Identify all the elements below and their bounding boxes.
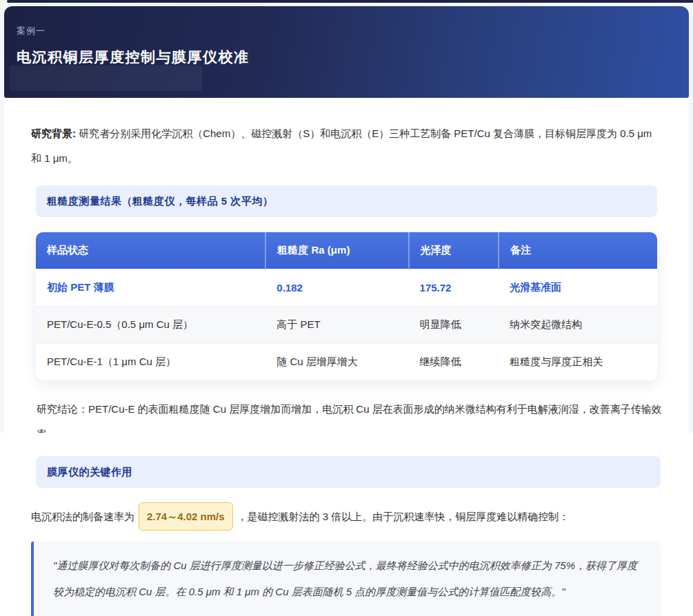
roughness-panel: 研究背景: 研究者分别采用化学沉积（Chem）、磁控溅射（S）和电沉积（E）三种… [4,98,689,433]
cell-gloss: 175.72 [409,269,499,307]
page-title: 电沉积铜层厚度控制与膜厚仪校准 [17,48,689,67]
roughness-table: 样品状态 粗糙度 Ra (μm) 光泽度 备注 初始 PET 薄膜 0.182 … [36,232,657,380]
cell-remark: 光滑基准面 [499,269,657,307]
col-header-gloss: 光泽度 [409,232,499,269]
cell-roughness: 高于 PET [265,307,408,344]
gauge-panel: 膜厚仪的关键作用 电沉积法的制备速率为2.74～4.02 nm/s，是磁控溅射法… [0,433,693,616]
section-header-roughness: 粗糙度测量结果（粗糙度仪，每样品 5 次平均） [36,185,657,217]
header-badge-box [10,65,202,91]
cell-sample: 初始 PET 薄膜 [36,269,265,307]
cell-roughness: 0.182 [265,269,408,307]
gauge-quote-text: "通过膜厚仪对每次制备的 Cu 层进行厚度测量以进一步修正经验公式，最终将经验公… [53,559,637,597]
deposition-rate-line: 电沉积法的制备速率为2.74～4.02 nm/s，是磁控溅射法的 3 倍以上。由… [31,502,662,531]
gauge-quote-block: "通过膜厚仪对每次制备的 Cu 层进行厚度测量以进一步修正经验公式，最终将经验公… [31,542,661,616]
cell-sample: PET/Cu-E-0.5（0.5 μm Cu 层） [36,307,265,344]
research-background-paragraph: 研究背景: 研究者分别采用化学沉积（Chem）、磁控溅射（S）和电沉积（E）三种… [31,121,662,171]
research-background-text: 研究者分别采用化学沉积（Chem）、磁控溅射（S）和电沉积（E）三种工艺制备 P… [31,127,652,164]
section-header-gauge: 膜厚仪的关键作用 [36,456,661,488]
table-row: 初始 PET 薄膜 0.182 175.72 光滑基准面 [36,269,657,307]
col-header-sample-state: 样品状态 [36,232,265,269]
roughness-table-card: 样品状态 粗糙度 Ra (μm) 光泽度 备注 初始 PET 薄膜 0.182 … [36,232,657,380]
col-header-roughness: 粗糙度 Ra (μm) [265,232,408,269]
deposition-rate-suffix: ，是磁控溅射法的 3 倍以上。由于沉积速率快，铜层厚度难以精确控制： [237,511,570,522]
cell-remark: 纳米突起微结构 [499,307,657,344]
research-background-label: 研究背景: [31,127,76,139]
cell-sample: PET/Cu-E-1（1 μm Cu 层） [36,344,265,381]
col-header-remark: 备注 [499,232,657,269]
table-header-row: 样品状态 粗糙度 Ra (μm) 光泽度 备注 [36,232,657,269]
previous-card-edge [7,0,693,3]
cell-gloss: 明显降低 [409,307,499,344]
cell-gloss: 继续降低 [409,344,499,381]
table-row: PET/Cu-E-0.5（0.5 μm Cu 层） 高于 PET 明显降低 纳米… [36,307,657,344]
deposition-rate-highlight: 2.74～4.02 nm/s [139,502,233,531]
case-label: 案例一 [17,25,689,37]
table-row: PET/Cu-E-1（1 μm Cu 层） 随 Cu 层增厚增大 继续降低 粗糙… [36,344,657,381]
case-header-card: 案例一 电沉积铜层厚度控制与膜厚仪校准 [4,6,689,98]
deposition-rate-prefix: 电沉积法的制备速率为 [31,511,134,522]
cell-remark: 粗糙度与厚度正相关 [499,344,657,381]
cell-roughness: 随 Cu 层增厚增大 [265,344,408,381]
